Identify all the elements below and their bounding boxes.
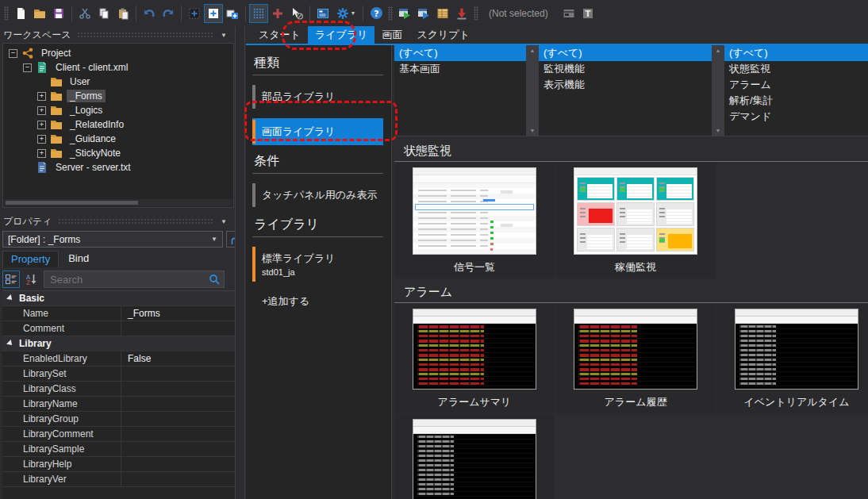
- filter-item[interactable]: (すべて): [724, 45, 868, 61]
- property-row[interactable]: LibraryVer: [2, 472, 236, 487]
- help-button[interactable]: ?: [367, 4, 386, 23]
- tab-start[interactable]: スタート: [252, 26, 308, 44]
- tab-property[interactable]: Property: [2, 251, 59, 267]
- tree-item-server[interactable]: + Server - server.txt: [3, 160, 233, 175]
- import-button[interactable]: [452, 4, 471, 23]
- tree-item-user[interactable]: + User: [3, 75, 233, 89]
- filter-item[interactable]: 監視機能: [539, 61, 712, 77]
- expand-icon[interactable]: +: [37, 121, 46, 129]
- panel-drag-area[interactable]: [58, 218, 214, 225]
- filter-item[interactable]: デマンド: [724, 109, 868, 125]
- expand-icon[interactable]: +: [37, 149, 46, 158]
- scroll-up-icon[interactable]: ▲: [530, 48, 536, 53]
- filter-item[interactable]: アラーム: [724, 77, 868, 93]
- redo-button[interactable]: [159, 4, 178, 23]
- gallery-item-event-realtime[interactable]: イベントリアルタイム: [716, 304, 868, 413]
- toolbar-grip[interactable]: [388, 6, 393, 21]
- filter-item[interactable]: 解析/集計: [724, 93, 868, 109]
- panel-menu-icon[interactable]: ▼: [221, 32, 227, 39]
- property-row[interactable]: EnabledLibraryFalse: [2, 351, 236, 367]
- gallery-item-operation-monitor[interactable]: 稼働監視: [555, 163, 716, 278]
- property-row[interactable]: LibraryName: [2, 397, 236, 412]
- filter-item[interactable]: 基本画面: [394, 61, 526, 77]
- expand-icon[interactable]: +: [37, 135, 46, 144]
- text-tool-button[interactable]: T: [578, 4, 597, 23]
- filter-list-function[interactable]: (すべて) 監視機能 表示機能: [539, 45, 712, 136]
- panel-drag-area[interactable]: [77, 32, 214, 39]
- tree-item-logics[interactable]: + _Logics: [3, 103, 233, 117]
- grid-dots-button[interactable]: [249, 4, 268, 23]
- property-row[interactable]: Comment: [2, 321, 236, 336]
- tree-item-project[interactable]: − Project: [3, 46, 233, 60]
- tree-item-guidance[interactable]: + _Guidance: [3, 132, 233, 146]
- property-row[interactable]: LibraryClass: [2, 382, 236, 397]
- copy-button[interactable]: [94, 4, 113, 23]
- filter-item[interactable]: (すべて): [394, 45, 526, 61]
- expand-icon[interactable]: +: [37, 106, 46, 115]
- tab-library[interactable]: ライブラリ: [308, 26, 375, 44]
- add-library-button[interactable]: +追加する: [262, 294, 383, 309]
- property-row[interactable]: LibraryComment: [2, 427, 236, 442]
- tree-item-client[interactable]: − Client - client.xml: [3, 60, 233, 75]
- gallery-item-alarm-history[interactable]: アラーム履歴: [555, 304, 716, 413]
- open-folder-button[interactable]: [30, 4, 49, 23]
- toolbar-grip[interactable]: [4, 6, 9, 21]
- expand-icon[interactable]: +: [37, 92, 46, 101]
- pointer-off-button[interactable]: [287, 4, 306, 23]
- undo-button[interactable]: [140, 4, 159, 23]
- tree-item-forms[interactable]: + _Forms: [3, 89, 233, 103]
- layout-panel-button[interactable]: [559, 4, 578, 23]
- condition-item-touch-panel-only[interactable]: タッチパネル用のみ表示: [252, 182, 383, 209]
- property-row[interactable]: LibrarySet: [2, 367, 236, 382]
- new-form-button[interactable]: [204, 4, 223, 23]
- toolbar-grip[interactable]: [474, 6, 478, 21]
- scrollbar-thumb[interactable]: [6, 201, 138, 205]
- object-selector-combobox[interactable]: [Folder] : _Forms ▼: [2, 231, 223, 248]
- tab-bind[interactable]: Bind: [60, 251, 97, 267]
- type-item-screen-library[interactable]: 画面ライブラリ: [252, 118, 383, 145]
- scroll-down-icon[interactable]: ▼: [716, 128, 721, 133]
- collapse-icon[interactable]: −: [9, 49, 17, 58]
- new-child-form-button[interactable]: [223, 4, 242, 23]
- scroll-up-icon[interactable]: ▲: [716, 48, 721, 53]
- gallery-item-event-history[interactable]: イベント履歴: [394, 414, 555, 499]
- tree-horizontal-scrollbar[interactable]: [4, 199, 232, 206]
- run-preview-button[interactable]: [414, 4, 433, 23]
- gallery-item-alarm-summary[interactable]: アラームサマリ: [394, 304, 555, 413]
- property-category[interactable]: Basic: [2, 291, 236, 306]
- cut-button[interactable]: [75, 4, 94, 23]
- filter-list-screen-type[interactable]: (すべて) 基本画面: [394, 45, 526, 136]
- collapse-icon[interactable]: −: [23, 63, 32, 72]
- panel-menu-icon[interactable]: ▼: [221, 218, 227, 225]
- tab-screen[interactable]: 画面: [374, 26, 409, 44]
- filter-item[interactable]: (すべて): [539, 45, 712, 61]
- property-category[interactable]: Library: [2, 336, 236, 351]
- library-item-standard[interactable]: 標準ライブラリstd01_ja: [252, 245, 383, 283]
- guide-cross-button[interactable]: [268, 4, 287, 23]
- property-row[interactable]: LibraryHelp: [2, 457, 236, 472]
- paste-button[interactable]: [113, 4, 133, 23]
- scroll-down-icon[interactable]: ▼: [530, 128, 536, 133]
- type-item-parts-library[interactable]: 部品ライブラリ: [252, 83, 383, 110]
- tab-script[interactable]: スクリプト: [409, 26, 477, 44]
- property-row[interactable]: Name_Forms: [2, 306, 236, 321]
- sort-alphabetical-button[interactable]: AZ: [23, 271, 40, 288]
- gallery-item-signal-list[interactable]: 信号一覧: [394, 163, 555, 278]
- filter-scrollbar[interactable]: ▲▼: [526, 45, 539, 136]
- settings-button[interactable]: ▼: [332, 4, 359, 23]
- filter-item[interactable]: 状態監視: [724, 61, 868, 77]
- property-row[interactable]: LibraryGroup: [2, 412, 236, 427]
- new-file-button[interactable]: [11, 4, 30, 23]
- filter-list-category[interactable]: (すべて) 状態監視 アラーム 解析/集計 デマンド: [724, 45, 868, 136]
- data-table-button[interactable]: [433, 4, 452, 23]
- search-input[interactable]: [48, 273, 209, 286]
- categorize-button[interactable]: [2, 271, 20, 288]
- tree-item-relatedinfo[interactable]: + _RelatedInfo: [3, 117, 233, 132]
- snap-grid-button[interactable]: [185, 4, 204, 23]
- filter-scrollbar[interactable]: ▲▼: [712, 45, 724, 136]
- form-list-button[interactable]: [313, 4, 332, 23]
- property-grid-scrollbar[interactable]: [235, 26, 244, 499]
- tree-item-stickynote[interactable]: + _StickyNote: [3, 146, 233, 160]
- property-row[interactable]: LibrarySample: [2, 442, 236, 457]
- save-button[interactable]: [49, 4, 68, 23]
